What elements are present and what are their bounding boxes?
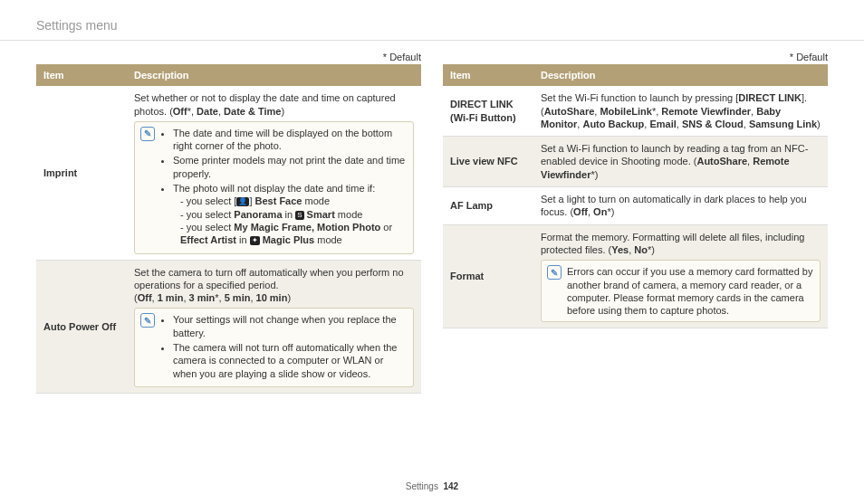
- note-item: The camera will not turn off automatical…: [173, 341, 408, 380]
- col-header-item: Item: [36, 64, 127, 86]
- footer-page-number: 142: [444, 481, 459, 491]
- table-row: DIRECT LINK (Wi-Fi Button) Set the Wi-Fi…: [443, 86, 828, 136]
- page-header: Settings menu: [0, 0, 864, 41]
- direct-link-label: DIRECT LINK: [738, 92, 802, 103]
- table-row: AF Lamp Set a light to turn on automatic…: [443, 187, 828, 225]
- note-item: The date and time will be displayed on t…: [173, 127, 408, 153]
- info-icon: ✎: [140, 313, 155, 328]
- right-column: * Default Item Description DIRECT LINK (…: [443, 52, 828, 394]
- d3-bold3: Magic Plus: [260, 234, 315, 245]
- settings-table-right: Item Description DIRECT LINK (Wi-Fi Butt…: [443, 64, 828, 328]
- close-paren: ): [281, 106, 284, 117]
- opt-sns-cloud: SNS & Cloud: [682, 119, 744, 129]
- item-cell: Format: [443, 224, 533, 328]
- info-content: Your settings will not change when you r…: [160, 313, 408, 381]
- opt-5min: 5 min: [225, 292, 251, 303]
- opt-auto-backup: Auto Backup: [582, 119, 644, 129]
- format-pre: Format the memory. Formatting will delet…: [541, 232, 804, 255]
- d3-pre: you select: [187, 222, 235, 233]
- desc-cell: Set the Wi-Fi function to launch by pres…: [533, 86, 828, 136]
- d1-tail: mode: [302, 195, 330, 206]
- content-columns: * Default Item Description Imprint Set w…: [0, 41, 864, 394]
- d3-bold2: Effect Artist: [180, 234, 236, 245]
- note-item: The photo will not display the date and …: [173, 182, 408, 246]
- dash-item: you select [👤] Best Face mode: [180, 195, 408, 207]
- note-item: Your settings will not change when you r…: [173, 313, 408, 339]
- d2-bold: Panorama: [234, 209, 282, 220]
- apo-intro: Set the camera to turn off automatically…: [134, 266, 414, 292]
- opt-off: Off: [138, 292, 152, 303]
- best-face-icon: 👤: [236, 197, 249, 206]
- info-icon: ✎: [547, 265, 562, 280]
- apo-options: (Off, 1 min, 3 min*, 5 min, 10 min): [134, 291, 414, 304]
- opt-on: On: [593, 206, 607, 217]
- opt-email: Email: [649, 119, 676, 129]
- dl-pre: Set the Wi-Fi function to launch by pres…: [541, 92, 738, 103]
- sep: *,: [215, 292, 224, 303]
- opt-off: Off: [173, 106, 187, 117]
- info-box: ✎ Your settings will not change when you…: [134, 308, 414, 386]
- info-icon: ✎: [140, 127, 155, 141]
- opt-samsung-link: Samsung Link: [749, 119, 817, 129]
- opt-1min: 1 min: [158, 292, 184, 303]
- opt-no: No: [634, 244, 648, 255]
- d3-mid2: in: [236, 234, 250, 245]
- table-row: Auto Power Off Set the camera to turn of…: [36, 260, 421, 393]
- d2-bold2: Smart: [304, 209, 335, 220]
- settings-table-left: Item Description Imprint Set whether or …: [36, 64, 421, 394]
- d3-tail: mode: [314, 234, 342, 245]
- desc-cell: Set a Wi-Fi function to launch by readin…: [533, 137, 828, 187]
- default-note-left: * Default: [36, 52, 421, 62]
- default-note-right: * Default: [443, 52, 828, 62]
- item-cell: Live view NFC: [443, 137, 533, 187]
- magic-plus-icon: ✦: [250, 236, 260, 245]
- opt-datetime: Date & Time: [224, 106, 281, 117]
- item-cell: AF Lamp: [443, 187, 533, 225]
- info-box: ✎ The date and time will be displayed on…: [134, 121, 414, 254]
- opt-remote-vf: Remote Viewfinder: [661, 106, 751, 117]
- header-title: Settings menu: [36, 18, 118, 33]
- close-paren: *): [607, 206, 614, 217]
- table-row: Imprint Set whether or not to display th…: [36, 86, 421, 260]
- sep: *,: [652, 106, 661, 117]
- note-pre: The photo will not display the date and …: [173, 183, 375, 194]
- table-row: Live view NFC Set a Wi-Fi function to la…: [443, 137, 828, 187]
- close-paren: ): [287, 292, 291, 303]
- note-item: Some printer models may not print the da…: [173, 154, 408, 180]
- d1-pre: you select [: [187, 195, 237, 206]
- dash-item: you select Panorama in S Smart mode: [180, 208, 408, 221]
- col-header-item: Item: [443, 64, 533, 86]
- close-paren: *): [590, 169, 598, 180]
- desc-cell: Format the memory. Formatting will delet…: [533, 224, 828, 328]
- info-content: Errors can occur if you use a memory car…: [567, 265, 814, 317]
- d3-mid: or: [380, 222, 392, 233]
- item-cell: DIRECT LINK (Wi-Fi Button): [443, 86, 533, 136]
- opt-10min: 10 min: [256, 292, 288, 303]
- opt-autoshare: AutoShare: [544, 106, 595, 117]
- opt-autoshare: AutoShare: [696, 156, 747, 166]
- opt-date: Date: [197, 106, 218, 117]
- opt-off: Off: [573, 206, 588, 217]
- item-cell: Auto Power Off: [36, 260, 127, 393]
- opt-yes: Yes: [611, 244, 629, 255]
- item-cell: Imprint: [36, 86, 127, 260]
- table-row: Format Format the memory. Formatting wil…: [443, 224, 828, 328]
- d2-tail: mode: [335, 209, 363, 220]
- dash-item: you select My Magic Frame, Motion Photo …: [180, 221, 408, 247]
- col-header-desc: Description: [127, 64, 421, 86]
- col-header-desc: Description: [533, 64, 828, 86]
- info-content: The date and time will be displayed on t…: [160, 127, 408, 249]
- footer-section: Settings: [406, 481, 438, 491]
- opt-mobilelink: MobileLink: [600, 106, 651, 117]
- d3-bold: My Magic Frame, Motion Photo: [234, 222, 380, 233]
- d2-pre: you select: [187, 209, 235, 220]
- d2-mid: in: [283, 209, 296, 220]
- sep: *,: [187, 106, 197, 117]
- desc-cell: Set whether or not to display the date a…: [127, 86, 421, 260]
- desc-cell: Set a light to turn on automatically in …: [533, 187, 828, 225]
- close-paren: *): [648, 244, 655, 255]
- desc-cell: Set the camera to turn off automatically…: [127, 260, 421, 393]
- close-paren: ): [817, 119, 821, 129]
- smart-icon: S: [295, 211, 303, 220]
- d1-bold: Best Face: [255, 195, 302, 206]
